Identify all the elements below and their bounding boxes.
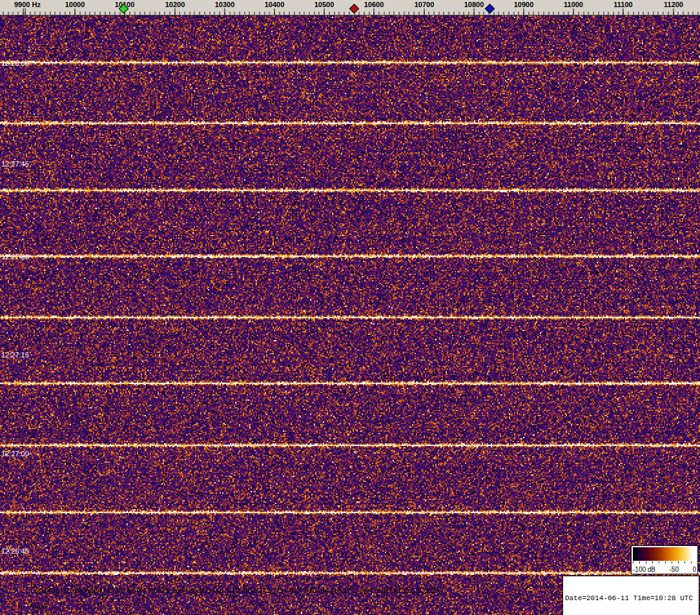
- spectrogram-app: 9900 Hz 10000 10100 10200 10300 10400 10…: [0, 0, 700, 615]
- time-label: 12:26:45: [1, 547, 29, 555]
- freq-label: 10600: [364, 1, 384, 8]
- legend-mid-label: -50: [670, 566, 679, 573]
- cursor-annotation: ^t+36: [30, 603, 47, 610]
- legend-min-label: -100 dB: [633, 566, 655, 573]
- freq-label: 10700: [415, 1, 435, 8]
- frequency-ruler[interactable]: 9900 Hz 10000 10100 10200 10300 10400 10…: [0, 0, 700, 15]
- time-label: 12:27:30: [1, 253, 29, 261]
- time-label: 12:27:15: [1, 351, 29, 359]
- freq-label: 10900: [514, 1, 534, 8]
- freq-label: 10200: [165, 1, 185, 8]
- time-label: 12:27:45: [1, 160, 29, 168]
- time-label: 12:28:00: [1, 59, 29, 67]
- colormap-gradient: [633, 547, 696, 561]
- freq-label: 11200: [664, 1, 683, 8]
- freq-label: 10300: [215, 1, 235, 8]
- freq-label: 10000: [65, 1, 85, 8]
- freq-label: 11000: [564, 1, 583, 8]
- time-label: 12:27:00: [1, 450, 29, 458]
- freq-label: 10500: [314, 1, 335, 8]
- legend-max-label: 0: [692, 566, 696, 573]
- waterfall-canvas[interactable]: [0, 15, 700, 615]
- legend-ticks: [633, 561, 696, 563]
- freq-label: 10800: [464, 1, 484, 8]
- info-box: Date=2014-06-11 Time=10:28 UTC Freq=143 …: [562, 576, 699, 615]
- freq-label: 11100: [613, 1, 632, 8]
- db-scale-legend: -100 dB -50 0: [631, 545, 698, 574]
- info-line-date: Date=2014-06-11 Time=10:28 UTC: [565, 594, 697, 603]
- detection-annotation: 20140611102636064 hCnt11 nb-84 f10619 hi…: [36, 587, 444, 594]
- freq-label: 9900 Hz: [14, 1, 41, 8]
- freq-label: 10400: [265, 1, 285, 8]
